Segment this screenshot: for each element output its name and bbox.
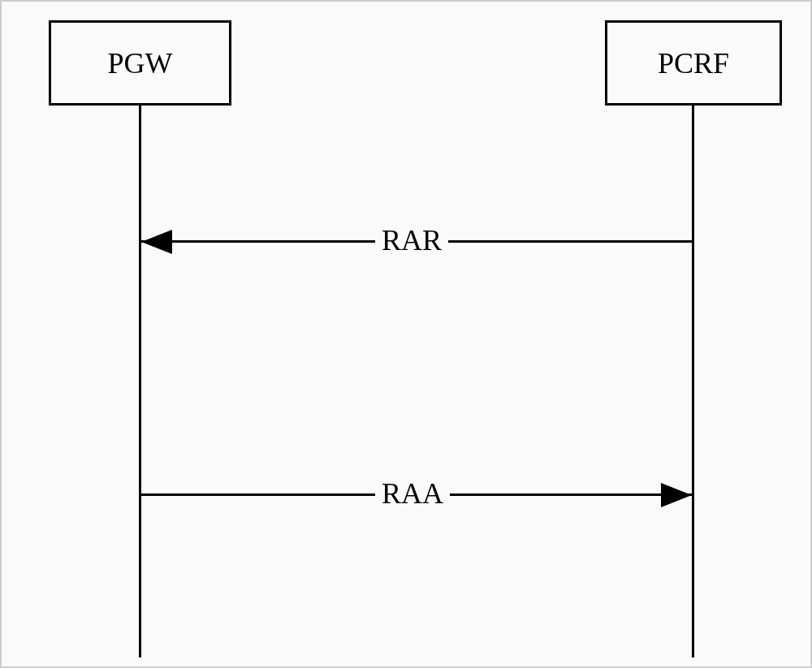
message-label-raa: RAA — [375, 476, 450, 511]
participant-pgw-label: PGW — [108, 46, 173, 80]
lifeline-pcrf — [692, 106, 694, 657]
arrowhead-raa-icon — [661, 483, 692, 507]
participant-pcrf-label: PCRF — [658, 46, 729, 80]
participant-pcrf: PCRF — [605, 20, 782, 106]
message-label-rar: RAR — [375, 223, 448, 257]
arrowhead-rar-icon — [141, 230, 172, 254]
lifeline-pgw — [139, 106, 141, 657]
participant-pgw: PGW — [49, 20, 231, 106]
